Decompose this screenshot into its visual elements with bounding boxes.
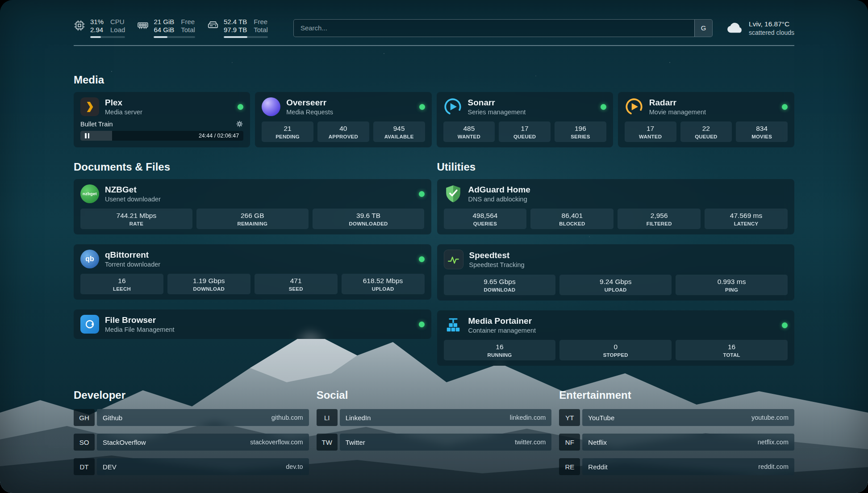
stat-queued: 22 QUEUED	[680, 121, 732, 142]
search-engine-button[interactable]: G	[694, 20, 712, 37]
plex-card[interactable]: Plex Media server Bullet Train	[74, 92, 250, 147]
link-row-reddit[interactable]: RE Reddit reddit.com	[559, 458, 794, 475]
cpu-icon	[74, 20, 85, 31]
link-row-youtube[interactable]: YT YouTube youtube.com	[559, 409, 794, 426]
qbittorrent-card[interactable]: qb qBittorrent Torrent downloader 16	[74, 244, 431, 300]
stat-movies: 834 MOVIES	[736, 121, 788, 142]
stat-remaining: 266 GB REMAINING	[196, 209, 309, 229]
sonarr-card[interactable]: Sonarr Series management 485 WANTED 17 Q…	[437, 92, 613, 147]
status-dot	[601, 104, 606, 110]
radarr-card[interactable]: Radarr Movie management 17 WANTED 22 QUE…	[618, 92, 794, 147]
status-dot	[419, 104, 425, 110]
section-documents: Documents & Files nzbget NZBGet Usenet d…	[74, 161, 431, 339]
status-dot	[419, 322, 425, 327]
netflix-icon: NF	[559, 434, 580, 451]
link-row-stackoverflow[interactable]: SO StackOverflow stackoverflow.com	[74, 434, 309, 451]
service-title: qBittorrent	[105, 250, 160, 259]
pause-icon[interactable]	[85, 133, 89, 138]
portainer-card[interactable]: Media Portainer Container management 16 …	[437, 310, 795, 366]
storage-progress-bar	[224, 36, 268, 38]
storage-total-value: 97.9 TB	[224, 26, 247, 33]
radarr-icon	[625, 97, 643, 116]
cpu-label-1: CPU	[110, 18, 125, 25]
overseerr-icon	[262, 97, 280, 116]
stat-series: 196 SERIES	[555, 121, 606, 142]
section-title-utilities: Utilities	[437, 161, 795, 173]
memory-total-value: 64 GiB	[154, 26, 174, 33]
stat-stopped: 0 STOPPED	[559, 340, 672, 360]
service-title: AdGuard Home	[468, 185, 530, 194]
filebrowser-card[interactable]: File Browser Media File Management	[74, 309, 431, 339]
stat-seed: 471 SEED	[255, 274, 338, 294]
service-subtitle: Media File Management	[105, 326, 175, 333]
reddit-icon: RE	[559, 458, 580, 475]
nzbget-card[interactable]: nzbget NZBGet Usenet downloader 744.21 M…	[74, 179, 431, 234]
topbar: 31% CPU 2.94 Load	[74, 18, 794, 38]
stat-wanted: 17 WANTED	[625, 121, 676, 142]
stat-latency: 47.569 ms LATENCY	[705, 209, 788, 229]
service-title: Plex	[105, 98, 142, 107]
memory-icon	[137, 20, 149, 31]
storage-label-1: Free	[254, 18, 268, 25]
stat-download: 1.19 Gbps DOWNLOAD	[167, 274, 250, 294]
bookmark-sections: Developer GH Github github.com SO StackO…	[74, 389, 794, 493]
cpu-progress-fill	[90, 36, 101, 38]
portainer-icon	[444, 316, 463, 334]
youtube-icon: YT	[559, 409, 580, 426]
service-subtitle: Speedtest Tracking	[469, 261, 525, 268]
sonarr-icon	[443, 97, 462, 116]
speedtest-icon	[444, 250, 463, 269]
link-row-linkedin[interactable]: LI LinkedIn linkedin.com	[317, 409, 552, 426]
stat-approved: 40 APPROVED	[317, 121, 369, 142]
link-row-netflix[interactable]: NF Netflix netflix.com	[559, 434, 794, 451]
memory-progress-fill	[154, 36, 167, 38]
status-dot	[238, 104, 243, 110]
stat-ping: 0.993 ms PING	[676, 275, 788, 295]
search-input[interactable]	[294, 20, 694, 37]
stat-pending: 21 PENDING	[262, 121, 313, 142]
cpu-progress-bar	[90, 36, 125, 38]
service-subtitle: Media server	[105, 109, 142, 116]
link-row-twitter[interactable]: TW Twitter twitter.com	[317, 434, 552, 451]
weather-location: Lviv, 16.87°C	[749, 20, 794, 28]
service-title: Speedtest	[469, 251, 525, 260]
gear-icon[interactable]	[236, 120, 243, 128]
stat-upload: 618.52 Mbps UPLOAD	[342, 274, 425, 294]
service-subtitle: Container management	[468, 327, 536, 334]
stat-running: 16 RUNNING	[444, 340, 556, 360]
stat-download: 9.65 Gbps DOWNLOAD	[444, 275, 556, 295]
search-bar: G	[293, 19, 713, 37]
link-row-dev[interactable]: DT DEV dev.to	[74, 458, 309, 475]
stat-available: 945 AVAILABLE	[373, 121, 425, 142]
service-title: File Browser	[105, 315, 175, 325]
memory-free-value: 21 GiB	[154, 18, 174, 25]
twitter-icon: TW	[317, 434, 338, 451]
status-dot	[419, 256, 425, 262]
cpu-usage-value: 31%	[90, 18, 104, 25]
stat-blocked: 86,401 BLOCKED	[530, 209, 613, 229]
stat-queued: 17 QUEUED	[499, 121, 551, 142]
now-playing-title: Bullet Train	[80, 121, 113, 128]
section-title-entertainment: Entertainment	[559, 389, 794, 401]
weather-condition: scattered clouds	[749, 29, 794, 36]
nzbget-icon: nzbget	[80, 184, 99, 203]
link-row-github[interactable]: GH Github github.com	[74, 409, 309, 426]
section-title-social: Social	[317, 389, 552, 401]
adguard-card[interactable]: AdGuard Home DNS and adblocking 498,564 …	[437, 179, 795, 234]
filebrowser-icon	[80, 315, 99, 334]
section-media: Media Plex Media server	[74, 74, 794, 147]
cpu-widget: 31% CPU 2.94 Load	[74, 18, 125, 38]
speedtest-card[interactable]: Speedtest Speedtest Tracking 9.65 Gbps D…	[437, 244, 795, 301]
memory-widget: 21 GiB Free 64 GiB Total	[137, 18, 195, 38]
stat-queries: 498,564 QUERIES	[444, 209, 527, 229]
storage-free-value: 52.4 TB	[224, 18, 247, 25]
plex-icon	[80, 97, 99, 116]
cpu-label-2: Load	[110, 26, 125, 33]
service-subtitle: Series management	[468, 109, 526, 116]
weather-widget: Lviv, 16.87°C scattered clouds	[726, 20, 794, 36]
cpu-load-value: 2.94	[90, 26, 104, 33]
status-dot	[782, 104, 788, 110]
playback-progress-bar[interactable]: 24:44 / 02:06:47	[80, 131, 243, 141]
middle-columns: Documents & Files nzbget NZBGet Usenet d…	[74, 161, 794, 366]
overseerr-card[interactable]: Overseerr Media Requests 21 PENDING 40 A…	[255, 92, 431, 147]
